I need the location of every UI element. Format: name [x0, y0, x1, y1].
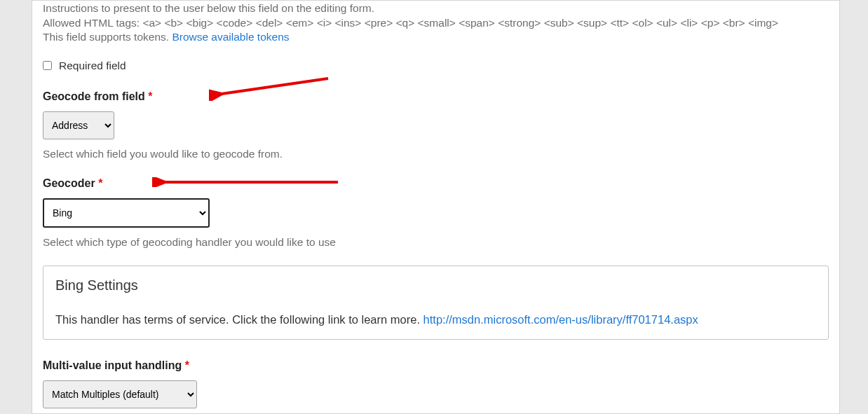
multi-value-item: Multi-value input handling * Match Multi…: [43, 359, 829, 414]
geocoder-select[interactable]: Bing: [43, 198, 210, 228]
multi-value-select[interactable]: Match Multiples (default): [43, 380, 197, 408]
bing-settings-text: This handler has terms of service. Click…: [55, 313, 816, 326]
geocode-from-field-item: Geocode from field * Address Select whic…: [43, 90, 829, 160]
instructions-line-3: This field supports tokens. Browse avail…: [43, 31, 829, 44]
instructions-block: Instructions to present to the user belo…: [43, 2, 829, 44]
multi-value-label-text: Multi-value input handling: [43, 359, 185, 371]
bing-settings-box: Bing Settings This handler has terms of …: [43, 265, 829, 340]
bing-settings-text-prefix: This handler has terms of service. Click…: [55, 313, 423, 326]
geocode-from-field-select[interactable]: Address: [43, 111, 114, 139]
required-field-checkbox[interactable]: [43, 61, 52, 70]
geocode-from-field-label-text: Geocode from field: [43, 90, 148, 102]
browse-tokens-link[interactable]: Browse available tokens: [172, 31, 289, 43]
required-asterisk: *: [148, 90, 152, 102]
geocoder-label: Geocoder *: [43, 177, 829, 190]
instructions-line-1: Instructions to present to the user belo…: [43, 2, 829, 15]
required-asterisk: *: [185, 359, 189, 371]
required-field-row: Required field: [43, 60, 829, 72]
geocode-from-field-desc: Select which field you would like to geo…: [43, 148, 829, 160]
instructions-line-2: Allowed HTML tags: <a> <b> <big> <code> …: [43, 17, 829, 30]
multi-value-label: Multi-value input handling *: [43, 359, 829, 372]
bing-terms-link[interactable]: http://msdn.microsoft.com/en-us/library/…: [423, 313, 698, 326]
geocoder-label-text: Geocoder: [43, 177, 98, 189]
geocoder-item: Geocoder * Bing Select which type of geo…: [43, 177, 829, 249]
bing-settings-title: Bing Settings: [55, 277, 816, 294]
required-field-label[interactable]: Required field: [59, 60, 126, 72]
geocoder-desc: Select which type of geocoding handler y…: [43, 236, 829, 249]
form-container: Instructions to present to the user belo…: [32, 0, 840, 414]
required-asterisk: *: [98, 177, 102, 189]
instructions-line-3-prefix: This field supports tokens.: [43, 31, 172, 43]
geocode-from-field-label: Geocode from field *: [43, 90, 829, 103]
